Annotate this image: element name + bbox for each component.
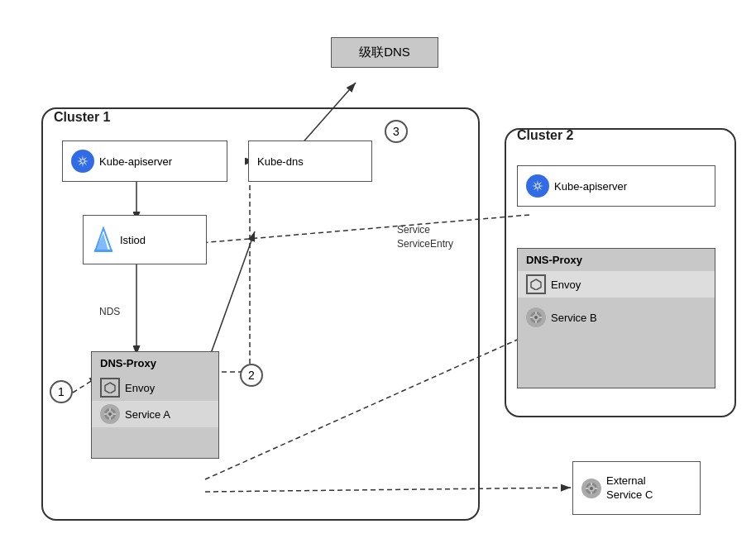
diagram: 级联DNS Cluster 1 Cluster 2 <box>0 0 756 543</box>
cluster2-kube-apiserver-label: Kube-apiserver <box>554 180 627 193</box>
cluster1-dns-proxy-label: DNS-Proxy <box>92 352 218 374</box>
nds-label: NDS <box>99 306 120 317</box>
external-service-c-box: ExternalService C <box>572 461 701 515</box>
svg-point-54 <box>590 487 593 490</box>
cluster2-label: Cluster 2 <box>517 128 573 143</box>
cluster1-dns-proxy-group: DNS-Proxy Envoy <box>91 351 219 459</box>
service-entry-label: Service ServiceEntry <box>397 223 453 251</box>
svg-rect-25 <box>94 250 112 252</box>
svg-point-47 <box>534 316 538 319</box>
cluster2-kube-apiserver: Kube-apiserver <box>517 165 715 207</box>
cluster1-label: Cluster 1 <box>54 110 110 125</box>
svg-marker-26 <box>105 383 115 393</box>
k8s-icon-c2 <box>526 174 549 198</box>
cluster2-service-b-label: Service B <box>551 312 597 324</box>
circle-1: 1 <box>50 380 73 403</box>
cluster2-envoy-label: Envoy <box>551 279 581 291</box>
cluster2-service-b-row: Service B <box>518 301 715 334</box>
cluster1-kube-apiserver-label: Kube-apiserver <box>99 155 172 168</box>
cluster1-service-a-icon <box>100 404 120 424</box>
jilian-dns-box: 级联DNS <box>331 37 438 68</box>
cluster1-envoy-row: Envoy <box>92 374 163 401</box>
istio-icon <box>92 228 115 251</box>
cluster1-istiod: Istiod <box>83 215 207 264</box>
external-service-c-label: ExternalService C <box>606 474 653 503</box>
svg-point-29 <box>108 412 112 416</box>
cluster1-service-a-row: Service A <box>92 401 218 427</box>
cluster1-service-a-label: Service A <box>125 408 170 421</box>
cluster2-envoy-icon <box>526 274 546 294</box>
jilian-dns-label: 级联DNS <box>359 45 410 59</box>
cluster2-envoy-row: Envoy <box>518 271 715 298</box>
cluster1-istiod-label: Istiod <box>120 234 146 246</box>
cluster1-kube-dns: Kube-dns <box>248 141 372 182</box>
cluster1-envoy-icon <box>100 378 120 398</box>
circle-2: 2 <box>240 364 263 387</box>
cluster2-dns-proxy-group: DNS-Proxy Envoy <box>517 248 715 388</box>
k8s-icon-c1 <box>71 150 94 173</box>
circle-3: 3 <box>385 120 408 143</box>
svg-point-43 <box>536 184 539 188</box>
svg-point-22 <box>81 160 84 163</box>
cluster1-envoy-label: Envoy <box>125 382 155 394</box>
external-service-icon <box>581 479 601 498</box>
cluster2-service-b-icon <box>526 307 546 327</box>
svg-marker-44 <box>531 279 541 290</box>
cluster2-dns-proxy-label: DNS-Proxy <box>518 249 715 271</box>
cluster1-kube-apiserver: Kube-apiserver <box>62 141 227 182</box>
cluster1-kube-dns-label: Kube-dns <box>257 155 304 168</box>
